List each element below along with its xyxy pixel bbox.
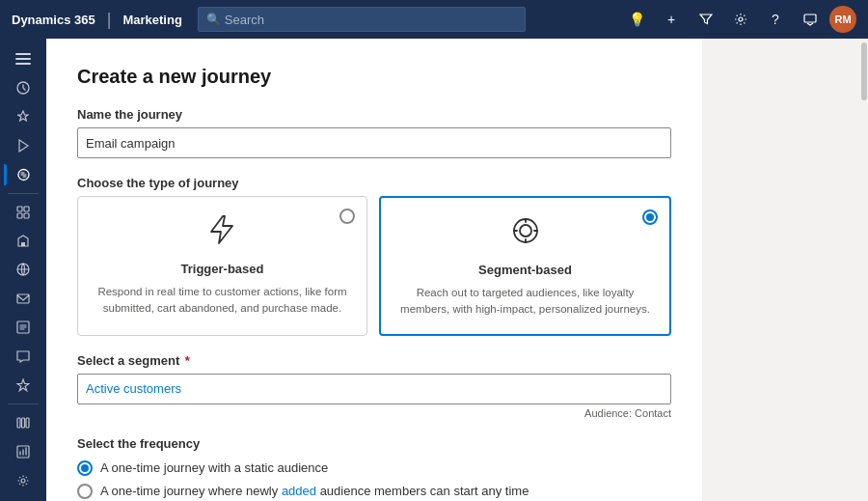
trigger-based-card[interactable]: Trigger-based Respond in real time to cu… bbox=[77, 196, 367, 336]
segment-based-card[interactable]: Segment-based Reach out to targeted audi… bbox=[379, 196, 671, 336]
journey-name-section: Name the journey bbox=[77, 107, 671, 158]
nav-icons: 💡 + ? RM bbox=[621, 4, 856, 35]
segment-hint: Audience: Contact bbox=[77, 407, 671, 419]
search-bar[interactable]: 🔍 bbox=[198, 7, 526, 32]
svg-rect-2 bbox=[15, 53, 31, 55]
segment-card-desc: Reach out to targeted audiences, like lo… bbox=[396, 285, 654, 319]
trigger-icon bbox=[94, 212, 351, 254]
svg-rect-10 bbox=[24, 213, 29, 218]
segment-radio-circle bbox=[642, 209, 658, 225]
frequency-label: Select the frequency bbox=[77, 436, 671, 451]
sidebar-item-assets[interactable] bbox=[4, 227, 42, 256]
form-title: Create a new journey bbox=[77, 66, 671, 88]
brand: Dynamics 365 | Marketing bbox=[12, 10, 182, 30]
sidebar-item-segments[interactable] bbox=[4, 198, 42, 227]
required-marker: * bbox=[181, 353, 190, 368]
journey-type-cards: Trigger-based Respond in real time to cu… bbox=[77, 196, 671, 336]
static-radio-circle bbox=[77, 460, 93, 476]
segment-input[interactable] bbox=[77, 374, 671, 404]
avatar[interactable]: RM bbox=[829, 6, 856, 33]
sidebar bbox=[0, 39, 46, 501]
sidebar-item-pinned[interactable] bbox=[4, 102, 42, 131]
svg-point-0 bbox=[739, 17, 743, 21]
top-nav: Dynamics 365 | Marketing 🔍 💡 + ? RM bbox=[0, 0, 868, 39]
feedback-icon[interactable] bbox=[795, 4, 826, 35]
main-layout: Create a new journey Name the journey Ch… bbox=[0, 39, 868, 501]
segment-radio[interactable] bbox=[642, 209, 658, 225]
journey-name-input[interactable] bbox=[77, 127, 671, 158]
trigger-card-title: Trigger-based bbox=[94, 262, 351, 276]
filter-icon[interactable] bbox=[691, 4, 721, 35]
sidebar-item-library[interactable] bbox=[4, 408, 42, 437]
segment-card-title: Segment-based bbox=[396, 263, 654, 277]
journey-name-label: Name the journey bbox=[77, 107, 671, 122]
journey-type-section: Choose the type of journey Trigger-based bbox=[77, 176, 671, 336]
lightbulb-icon[interactable]: 💡 bbox=[621, 4, 652, 35]
sidebar-item-menu[interactable] bbox=[4, 44, 42, 73]
sidebar-item-journey[interactable] bbox=[4, 160, 42, 189]
sidebar-item-globe[interactable] bbox=[4, 256, 42, 285]
sidebar-item-analytics[interactable] bbox=[4, 437, 42, 466]
app-name: Dynamics 365 bbox=[12, 13, 95, 27]
segment-label: Select a segment * bbox=[77, 353, 671, 368]
sidebar-item-star[interactable] bbox=[4, 371, 42, 400]
svg-rect-16 bbox=[22, 418, 25, 428]
svg-rect-13 bbox=[17, 294, 29, 303]
sidebar-item-chat[interactable] bbox=[4, 342, 42, 371]
frequency-section: Select the frequency A one-time journey … bbox=[77, 436, 671, 502]
segment-input-wrap bbox=[77, 374, 671, 404]
sidebar-item-email[interactable] bbox=[4, 284, 42, 313]
svg-rect-15 bbox=[17, 418, 20, 428]
sidebar-divider-2 bbox=[8, 404, 39, 404]
svg-point-19 bbox=[21, 479, 25, 483]
static-radio-dot bbox=[81, 464, 89, 472]
svg-rect-1 bbox=[804, 14, 816, 22]
segment-section: Select a segment * Audience: Contact bbox=[77, 353, 671, 419]
svg-point-21 bbox=[520, 225, 531, 237]
dynamic-option-label: A one-time journey where newly added aud… bbox=[100, 484, 529, 498]
svg-rect-8 bbox=[24, 207, 29, 211]
svg-rect-9 bbox=[17, 213, 22, 218]
journey-type-label: Choose the type of journey bbox=[77, 176, 671, 190]
frequency-option-dynamic[interactable]: A one-time journey where newly added aud… bbox=[77, 484, 671, 499]
sidebar-item-settings[interactable] bbox=[4, 466, 42, 495]
content-area: Create a new journey Name the journey Ch… bbox=[46, 39, 860, 501]
svg-rect-17 bbox=[26, 418, 29, 428]
scrollbar-thumb[interactable] bbox=[861, 42, 867, 100]
trigger-card-desc: Respond in real time to customer actions… bbox=[94, 284, 351, 318]
module-name: Marketing bbox=[122, 13, 181, 27]
svg-rect-11 bbox=[21, 242, 25, 246]
dynamic-radio-circle bbox=[77, 484, 93, 499]
sidebar-item-play[interactable] bbox=[4, 131, 42, 160]
static-option-label: A one-time journey with a static audienc… bbox=[100, 460, 328, 475]
settings-icon[interactable] bbox=[725, 4, 756, 35]
segment-radio-dot bbox=[646, 213, 654, 221]
trigger-radio-circle bbox=[339, 209, 355, 224]
svg-rect-3 bbox=[15, 58, 31, 60]
trigger-radio[interactable] bbox=[339, 209, 355, 224]
svg-rect-4 bbox=[15, 63, 31, 65]
sidebar-divider-1 bbox=[8, 193, 39, 194]
help-icon[interactable]: ? bbox=[760, 4, 791, 35]
brand-separator: | bbox=[107, 10, 112, 30]
scrollbar-track bbox=[860, 39, 868, 501]
search-input[interactable] bbox=[225, 13, 517, 27]
sidebar-item-forms[interactable] bbox=[4, 313, 42, 342]
form-panel: Create a new journey Name the journey Ch… bbox=[46, 39, 702, 501]
svg-rect-7 bbox=[17, 207, 22, 211]
add-icon[interactable]: + bbox=[656, 4, 687, 35]
search-icon: 🔍 bbox=[206, 13, 221, 26]
segment-card-icon bbox=[396, 213, 654, 255]
sidebar-item-recent[interactable] bbox=[4, 73, 42, 102]
frequency-option-static[interactable]: A one-time journey with a static audienc… bbox=[77, 460, 671, 476]
